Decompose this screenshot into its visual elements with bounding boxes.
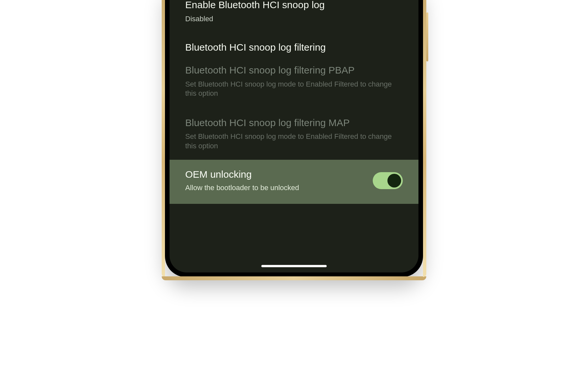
setting-filter-pbap: Bluetooth HCI snoop log filtering PBAP S… [170, 55, 418, 107]
phone-bottom-rail [162, 276, 426, 280]
setting-filter-map: Bluetooth HCI snoop log filtering MAP Se… [170, 107, 418, 160]
setting-subtitle: Set Bluetooth HCI snoop log mode to Enab… [185, 80, 403, 98]
setting-subtitle: Allow the bootloader to be unlocked [185, 183, 365, 193]
setting-title: Bluetooth HCI snoop log filtering MAP [185, 117, 403, 129]
section-header-filtering: Bluetooth HCI snoop log filtering [170, 33, 418, 55]
setting-oem-unlocking[interactable]: OEM unlocking Allow the bootloader to be… [170, 160, 418, 204]
setting-title: Enable Bluetooth HCI snoop log [185, 0, 403, 11]
setting-title: Bluetooth HCI snoop log filtering PBAP [185, 64, 403, 76]
gesture-nav-pill[interactable] [261, 265, 327, 267]
power-button[interactable] [426, 12, 428, 61]
setting-subtitle: Set Bluetooth HCI snoop log mode to Enab… [185, 132, 403, 151]
phone-frame: Enable Bluetooth HCI snoop log Disabled … [165, 0, 423, 277]
setting-text: OEM unlocking Allow the bootloader to be… [185, 168, 373, 192]
setting-bt-snoop-log[interactable]: Enable Bluetooth HCI snoop log Disabled [170, 0, 418, 33]
toggle-knob [387, 174, 401, 188]
setting-title: OEM unlocking [185, 168, 365, 181]
setting-value: Disabled [185, 14, 403, 24]
screen: Enable Bluetooth HCI snoop log Disabled … [170, 0, 418, 272]
oem-unlocking-toggle[interactable] [373, 172, 403, 189]
